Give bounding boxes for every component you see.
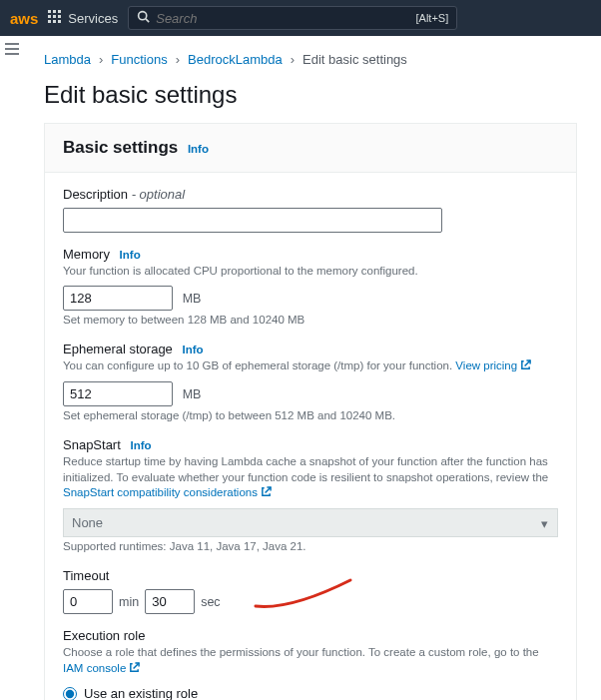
svg-line-10 (146, 19, 149, 22)
breadcrumb-current: Edit basic settings (302, 52, 407, 67)
svg-point-9 (139, 12, 147, 20)
external-link-icon (520, 359, 531, 375)
card-header: Basic settings Info (45, 124, 576, 173)
snapstart-info-link[interactable]: Info (130, 439, 151, 451)
aws-logo[interactable]: aws (10, 10, 38, 27)
chevron-right-icon: › (291, 52, 295, 67)
svg-rect-7 (53, 20, 56, 23)
view-pricing-link[interactable]: View pricing (455, 359, 517, 371)
breadcrumb-function-name[interactable]: BedrockLambda (188, 52, 283, 67)
iam-console-link[interactable]: IAM console (63, 662, 126, 674)
snapstart-considerations-link[interactable]: SnapStart compatibility considerations (63, 486, 258, 498)
timeout-row: Timeout min sec (63, 568, 558, 614)
radio-use-existing-role[interactable]: Use an existing role (63, 683, 558, 700)
snapstart-help: Reduce startup time by having Lambda cac… (63, 454, 558, 502)
top-nav: aws Services [Alt+S] (0, 0, 601, 36)
search-icon (137, 10, 150, 26)
external-link-icon (129, 662, 140, 678)
timeout-label: Timeout (63, 568, 558, 583)
storage-input[interactable] (63, 381, 173, 406)
chevron-right-icon: › (176, 52, 180, 67)
memory-row: Memory Info Your function is allocated C… (63, 247, 558, 328)
external-link-icon (261, 486, 272, 502)
execution-role-row: Execution role Choose a role that define… (63, 628, 558, 700)
execution-role-label: Execution role (63, 628, 558, 643)
search-bar[interactable]: [Alt+S] (128, 6, 457, 30)
timeout-sec-input[interactable] (145, 589, 195, 614)
description-optional: - optional (128, 187, 185, 202)
description-input[interactable] (63, 208, 442, 233)
timeout-min-input[interactable] (63, 589, 113, 614)
breadcrumb: Lambda › Functions › BedrockLambda › Edi… (44, 52, 577, 67)
info-link[interactable]: Info (188, 143, 209, 155)
svg-rect-6 (48, 20, 51, 23)
svg-rect-4 (53, 15, 56, 18)
svg-rect-1 (53, 10, 56, 13)
memory-label: Memory (63, 247, 110, 262)
svg-rect-5 (58, 15, 61, 18)
search-input[interactable] (156, 11, 415, 26)
page-title: Edit basic settings (44, 81, 577, 109)
memory-input[interactable] (63, 286, 173, 311)
radio-use-existing-input[interactable] (63, 687, 77, 700)
snapstart-row: SnapStart Info Reduce startup time by ha… (63, 437, 558, 554)
storage-row: Ephemeral storage Info You can configure… (63, 342, 558, 423)
chevron-right-icon: › (99, 52, 103, 67)
card-title: Basic settings (63, 138, 178, 157)
timeout-min-unit: min (119, 595, 139, 609)
description-label: Description (63, 187, 128, 202)
snapstart-select[interactable]: None (63, 508, 558, 537)
svg-rect-0 (48, 10, 51, 13)
memory-hint: Set memory to between 128 MB and 10240 M… (63, 313, 558, 329)
execution-role-help: Choose a role that defines the permissio… (63, 645, 558, 677)
breadcrumb-lambda[interactable]: Lambda (44, 52, 91, 67)
memory-info-link[interactable]: Info (120, 249, 141, 261)
storage-unit: MB (183, 387, 202, 401)
timeout-sec-unit: sec (201, 595, 220, 609)
grid-icon (48, 10, 62, 27)
memory-help: Your function is allocated CPU proportio… (63, 264, 558, 280)
breadcrumb-functions[interactable]: Functions (111, 52, 167, 67)
memory-unit: MB (183, 292, 202, 306)
snapstart-label: SnapStart (63, 437, 121, 452)
search-shortcut: [Alt+S] (416, 12, 449, 24)
storage-help: You can configure up to 10 GB of ephemer… (63, 358, 558, 375)
services-label: Services (68, 11, 118, 26)
services-menu[interactable]: Services (48, 10, 118, 27)
basic-settings-card: Basic settings Info Description - option… (44, 123, 577, 700)
storage-info-link[interactable]: Info (182, 344, 203, 355)
storage-label: Ephemeral storage (63, 342, 173, 356)
svg-rect-8 (58, 20, 61, 23)
storage-hint: Set ephemeral storage (/tmp) to between … (63, 408, 558, 424)
description-row: Description - optional (63, 187, 558, 233)
snapstart-hint: Supported runtimes: Java 11, Java 17, Ja… (63, 539, 558, 555)
svg-rect-2 (58, 10, 61, 13)
svg-rect-3 (48, 15, 51, 18)
